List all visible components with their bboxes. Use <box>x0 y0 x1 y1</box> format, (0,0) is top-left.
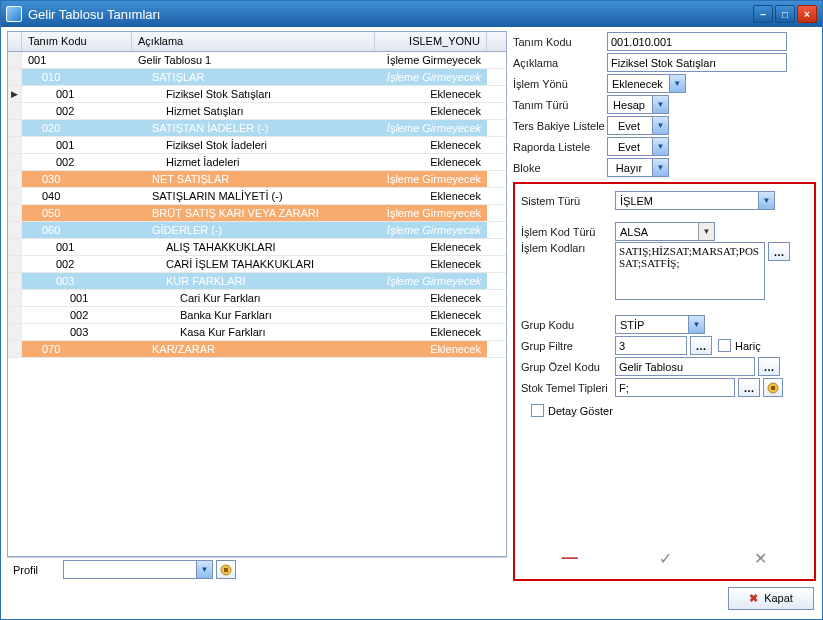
minimize-button[interactable]: – <box>753 5 773 23</box>
raporda-label: Raporda Listele <box>513 141 607 153</box>
cell-kod: 002 <box>22 103 132 119</box>
table-row[interactable]: 003Kasa Kur FarklarıEklenecek <box>8 324 506 341</box>
sistem-turu-combo[interactable]: İŞLEM ▼ <box>615 191 775 210</box>
grid-header: Tanım Kodu Açıklama ISLEM_YONU <box>8 32 506 52</box>
grup-ozel-label: Grup Özel Kodu <box>521 361 615 373</box>
stok-temel-input[interactable] <box>615 378 735 397</box>
table-row[interactable]: 001ALIŞ TAHAKKUKLARIEklenecek <box>8 239 506 256</box>
row-handle <box>8 103 22 119</box>
islem-kodlari-textarea[interactable]: SATIŞ;HİZSAT;MARSAT;POSSAT;SATFİŞ; <box>615 242 765 300</box>
table-row[interactable]: 060GİDERLER (-)İşleme Girmeyecek <box>8 222 506 239</box>
confirm-action[interactable]: ✓ <box>659 549 672 568</box>
row-handle: ▶ <box>8 86 22 102</box>
titlebar: Gelir Tablosu Tanımları – □ × <box>1 1 822 27</box>
table-row[interactable]: 020SATIŞTAN İADELER (-)İşleme Girmeyecek <box>8 120 506 137</box>
stok-temel-lookup-button[interactable]: … <box>738 378 760 397</box>
chevron-down-icon: ▼ <box>652 138 668 155</box>
table-row[interactable]: 050BRÜT SATIŞ KARI VEYA ZARARIİşleme Gir… <box>8 205 506 222</box>
grup-kodu-combo[interactable]: STİP ▼ <box>615 315 705 334</box>
ters-bakiye-combo[interactable]: Evet ▼ <box>607 116 669 135</box>
cell-aciklama: BRÜT SATIŞ KARI VEYA ZARARI <box>132 205 375 221</box>
grup-kodu-label: Grup Kodu <box>521 319 615 331</box>
delete-action[interactable]: — <box>562 549 578 567</box>
table-row[interactable]: 002Hizmet İadeleriEklenecek <box>8 154 506 171</box>
stok-temel-config-button[interactable] <box>763 378 783 397</box>
haric-checkbox[interactable]: Hariç <box>718 339 761 352</box>
row-handle <box>8 154 22 170</box>
cell-aciklama: SATIŞLAR <box>132 69 375 85</box>
grup-filtre-label: Grup Filtre <box>521 340 615 352</box>
table-row[interactable]: 003KUR FARKLARIİşleme Girmeyecek <box>8 273 506 290</box>
table-row[interactable]: 002Hizmet SatışlarıEklenecek <box>8 103 506 120</box>
islem-kod-turu-label: İşlem Kod Türü <box>521 226 615 238</box>
row-handle <box>8 273 22 289</box>
ters-bakiye-value: Evet <box>612 120 652 132</box>
cell-islem: Eklenecek <box>375 307 487 323</box>
table-row[interactable]: 002Banka Kur FarklarıEklenecek <box>8 307 506 324</box>
tanim-kodu-input[interactable] <box>607 32 787 51</box>
haric-label: Hariç <box>735 340 761 352</box>
row-handle <box>8 137 22 153</box>
cell-islem: İşleme Girmeyecek <box>375 273 487 289</box>
cell-kod: 001 <box>22 137 132 153</box>
cell-kod: 030 <box>22 171 132 187</box>
definition-grid[interactable]: Tanım Kodu Açıklama ISLEM_YONU 001Gelir … <box>7 31 507 557</box>
islem-kod-turu-value: ALSA <box>620 226 688 238</box>
table-row[interactable]: 030NET SATIŞLARİşleme Girmeyecek <box>8 171 506 188</box>
tanim-turu-value: Hesap <box>612 99 652 111</box>
tanim-turu-combo[interactable]: Hesap ▼ <box>607 95 669 114</box>
islem-yonu-combo[interactable]: Eklenecek ▼ <box>607 74 686 93</box>
close-button[interactable]: ✖ Kapat <box>728 587 814 610</box>
table-row[interactable]: 040SATIŞLARIN MALİYETİ (-)Eklenecek <box>8 188 506 205</box>
detail-panel: Sistem Türü İŞLEM ▼ İşlem Kod Türü ALSA … <box>513 182 816 581</box>
grup-filtre-input[interactable] <box>615 336 687 355</box>
aciklama-input[interactable] <box>607 53 787 72</box>
table-row[interactable]: 001Gelir Tablosu 1İşleme Girmeyecek <box>8 52 506 69</box>
close-icon: ✖ <box>749 592 758 605</box>
col-header-aciklama[interactable]: Açıklama <box>132 32 375 51</box>
cell-aciklama: Fiziksel Stok İadeleri <box>132 137 375 153</box>
cell-kod: 070 <box>22 341 132 357</box>
profil-config-button[interactable] <box>216 560 236 579</box>
table-row[interactable]: 010SATIŞLARİşleme Girmeyecek <box>8 69 506 86</box>
close-label: Kapat <box>764 592 793 604</box>
col-header-kod[interactable]: Tanım Kodu <box>22 32 132 51</box>
grup-ozel-lookup-button[interactable]: … <box>758 357 780 376</box>
chevron-down-icon: ▼ <box>669 75 685 92</box>
tanim-kodu-label: Tanım Kodu <box>513 36 607 48</box>
maximize-button[interactable]: □ <box>775 5 795 23</box>
profil-label: Profil <box>13 564 63 576</box>
grup-filtre-lookup-button[interactable]: … <box>690 336 712 355</box>
cell-aciklama: Hizmet İadeleri <box>132 154 375 170</box>
bloke-value: Hayır <box>612 162 652 174</box>
cell-kod: 001 <box>22 290 132 306</box>
window-close-button[interactable]: × <box>797 5 817 23</box>
detay-goster-checkbox[interactable]: Detay Göster <box>531 404 613 417</box>
cell-aciklama: Kasa Kur Farkları <box>132 324 375 340</box>
grup-ozel-input[interactable] <box>615 357 755 376</box>
cancel-action[interactable]: ✕ <box>754 549 767 568</box>
svg-rect-1 <box>224 568 228 572</box>
islem-kodlari-lookup-button[interactable]: … <box>768 242 790 261</box>
profil-combo[interactable]: ▼ <box>63 560 213 579</box>
chevron-down-icon: ▼ <box>652 159 668 176</box>
row-handle <box>8 205 22 221</box>
islem-kodlari-label: İşlem Kodları <box>521 242 615 254</box>
table-row[interactable]: 070KAR/ZARAREklenecek <box>8 341 506 358</box>
raporda-combo[interactable]: Evet ▼ <box>607 137 669 156</box>
table-row[interactable]: 001Fiziksel Stok İadeleriEklenecek <box>8 137 506 154</box>
cell-islem: İşleme Girmeyecek <box>375 69 487 85</box>
col-header-islem[interactable]: ISLEM_YONU <box>375 32 487 51</box>
table-row[interactable]: 002CARİ İŞLEM TAHAKKUKLARIEklenecek <box>8 256 506 273</box>
bloke-combo[interactable]: Hayır ▼ <box>607 158 669 177</box>
cell-kod: 003 <box>22 324 132 340</box>
row-handle <box>8 222 22 238</box>
table-row[interactable]: ▶001Fiziksel Stok SatışlarıEklenecek <box>8 86 506 103</box>
table-row[interactable]: 001Cari Kur FarklarıEklenecek <box>8 290 506 307</box>
cell-islem: İşleme Girmeyecek <box>375 222 487 238</box>
cell-kod: 002 <box>22 154 132 170</box>
cell-aciklama: GİDERLER (-) <box>132 222 375 238</box>
islem-kod-turu-combo[interactable]: ALSA ▼ <box>615 222 715 241</box>
cell-aciklama: KAR/ZARAR <box>132 341 375 357</box>
chevron-down-icon: ▼ <box>652 117 668 134</box>
